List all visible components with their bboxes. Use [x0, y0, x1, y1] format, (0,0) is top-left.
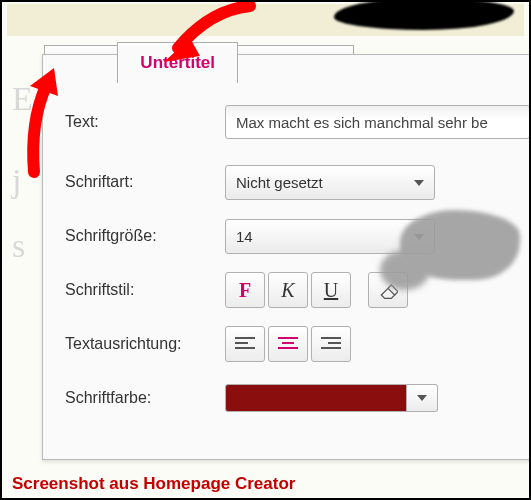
annotation-arrow — [0, 62, 86, 182]
label-color: Schriftfarbe: — [65, 389, 225, 407]
size-value: 14 — [236, 228, 253, 245]
row-text: Text: — [65, 103, 530, 141]
row-color: Schriftfarbe: — [65, 377, 530, 419]
align-left-icon — [235, 336, 255, 352]
bg-letter: s — [12, 227, 25, 265]
align-center-icon — [278, 336, 298, 352]
label-text: Text: — [65, 113, 225, 131]
align-center-button[interactable] — [268, 326, 308, 362]
row-font: Schriftart: Nicht gesetzt — [65, 161, 530, 203]
align-right-button[interactable] — [311, 326, 351, 362]
label-size: Schriftgröße: — [65, 227, 225, 245]
chevron-down-icon — [414, 180, 424, 186]
color-swatch[interactable] — [225, 384, 407, 412]
text-input[interactable] — [225, 105, 530, 139]
annotation-arrow — [120, 0, 270, 68]
align-left-button[interactable] — [225, 326, 265, 362]
color-dropdown[interactable] — [407, 384, 438, 412]
chevron-down-icon — [417, 395, 427, 401]
underline-button[interactable]: U — [311, 272, 351, 308]
row-align: Textausrichtung: — [65, 323, 530, 365]
font-value: Nicht gesetzt — [236, 174, 323, 191]
stage: E j s Bild Untertitel Hyperlink Text: Sc… — [0, 0, 531, 500]
settings-panel: Text: Schriftart: Nicht gesetzt Schriftg… — [42, 54, 531, 460]
caption: Screenshot aus Homepage Creator — [12, 474, 295, 494]
smudge-gray — [400, 210, 520, 280]
bold-button[interactable]: F — [225, 272, 265, 308]
font-select[interactable]: Nicht gesetzt — [225, 165, 435, 200]
italic-button[interactable]: K — [268, 272, 308, 308]
label-style: Schriftstil: — [65, 281, 225, 299]
label-align: Textausrichtung: — [65, 335, 225, 353]
align-right-icon — [321, 336, 341, 352]
label-font: Schriftart: — [65, 173, 225, 191]
